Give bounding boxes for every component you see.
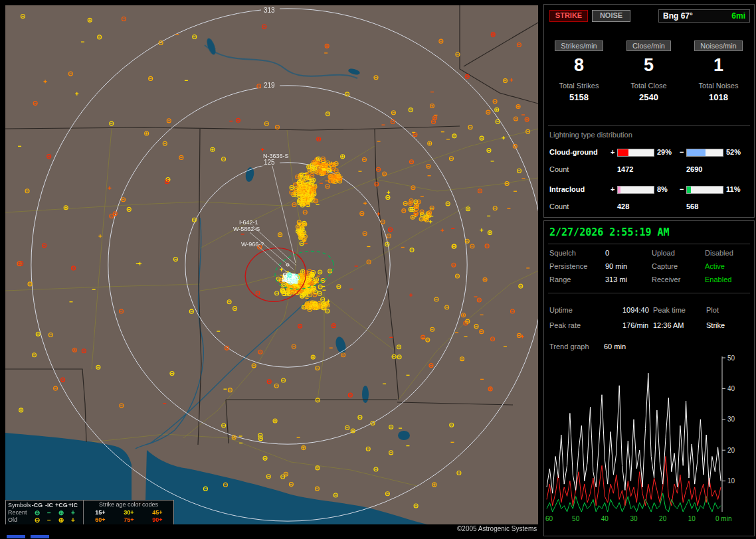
strike-indicator[interactable]: STRIKE bbox=[549, 10, 588, 22]
uptime-value: 1094:40 bbox=[622, 306, 649, 314]
divider bbox=[548, 125, 750, 126]
taskbar-fragment bbox=[31, 535, 49, 538]
map-svg[interactable]: N-3636-SI-642-1W-5862-SW-966-? 313219125 bbox=[5, 5, 538, 524]
ic-plus-pct: 8% bbox=[657, 185, 668, 193]
upload-status: Disabled bbox=[705, 249, 733, 257]
count-label: Count bbox=[549, 202, 569, 210]
strikes-per-min-value: 8 bbox=[544, 55, 614, 76]
ic-minus-count: 568 bbox=[686, 202, 698, 210]
plot-value: Strike bbox=[706, 321, 725, 329]
ic-plus-bar bbox=[617, 186, 654, 194]
plus-sign: + bbox=[611, 185, 614, 193]
settings-row: Range 313 mi Receiver Enabled bbox=[544, 275, 754, 286]
copyright-text: ©2005 Astrogenic Systems bbox=[457, 525, 537, 532]
range-label: Range bbox=[549, 275, 571, 283]
total-strikes-value: 5158 bbox=[544, 92, 614, 102]
divider bbox=[548, 244, 750, 244]
plot-label: Plot bbox=[706, 306, 719, 314]
legend-col-neg-ic: -IC bbox=[43, 502, 55, 509]
capture-status: Active bbox=[705, 262, 725, 270]
divider bbox=[548, 293, 750, 293]
intracloud-count-row: Count 428 568 bbox=[544, 202, 754, 212]
lightning-detector-app: N-3636-SI-642-1W-5862-SW-966-? 313219125… bbox=[0, 0, 756, 539]
persistence-value: 90 min bbox=[605, 262, 627, 270]
squelch-value: 0 bbox=[605, 249, 609, 257]
intracloud-label: Intracloud bbox=[549, 185, 585, 193]
settings-row: Persistence 90 min Capture Active bbox=[544, 262, 754, 273]
cg-plus-count: 1472 bbox=[617, 165, 633, 173]
svg-text:20: 20 bbox=[727, 447, 735, 454]
cg-minus-pct: 52% bbox=[726, 148, 741, 156]
svg-text:313: 313 bbox=[264, 7, 275, 14]
pos-ic-recent-icon: + bbox=[67, 509, 79, 516]
plus-sign: + bbox=[611, 148, 614, 156]
svg-text:I-642-1: I-642-1 bbox=[239, 219, 258, 226]
peak-rate-value: 176/min bbox=[622, 321, 648, 329]
noises-per-min-chip: Noises/min bbox=[694, 40, 742, 51]
svg-text:10: 10 bbox=[688, 515, 696, 522]
total-close-label: Total Close bbox=[614, 82, 684, 90]
distribution-title: Lightning type distribution bbox=[549, 131, 632, 139]
status-panel: STRIKE NOISE Bng 67° 6mi Strikes/min 8 T… bbox=[543, 0, 756, 539]
cloud-ground-label: Cloud-ground bbox=[549, 148, 598, 156]
upload-label: Upload bbox=[652, 249, 675, 257]
bearing-readout: Bng 67° 6mi bbox=[658, 9, 750, 23]
svg-text:60: 60 bbox=[545, 515, 553, 522]
capture-label: Capture bbox=[652, 262, 678, 270]
stats-box: STRIKE NOISE Bng 67° 6mi Strikes/min 8 T… bbox=[543, 4, 755, 218]
ic-minus-pct: 11% bbox=[726, 185, 740, 193]
peak-time-label: Peak time bbox=[653, 306, 686, 314]
noises-per-min-column: Noises/min 1 Total Noises 1018 bbox=[684, 39, 753, 102]
legend-old-label: Old bbox=[8, 516, 17, 524]
receiver-status: Enabled bbox=[705, 275, 731, 283]
svg-text:W-5862-S: W-5862-S bbox=[233, 226, 260, 232]
svg-text:40: 40 bbox=[601, 515, 609, 522]
close-per-min-column: Close/min 5 Total Close 2540 bbox=[614, 39, 684, 102]
peak-rate-row: Peak rate 176/min 12:36 AM Strike bbox=[544, 321, 754, 332]
legend-col-pos-cg: +CG bbox=[55, 502, 67, 509]
legend-age-title: Strike age color codes bbox=[84, 501, 173, 508]
minus-sign: − bbox=[680, 185, 684, 193]
cg-plus-bar bbox=[617, 149, 654, 157]
peak-time-value: 12:36 AM bbox=[653, 321, 684, 329]
intracloud-row: Intracloud + 8% − 11% bbox=[544, 185, 754, 194]
ic-plus-count: 428 bbox=[617, 202, 629, 210]
status-box: 2/27/2026 2:55:19 AM Squelch 0 Upload Di… bbox=[543, 220, 755, 536]
uptime-row: Uptime 1094:40 Peak time Plot bbox=[544, 306, 754, 317]
strikes-per-min-chip: Strikes/min bbox=[555, 40, 603, 51]
cg-plus-pct: 29% bbox=[657, 148, 672, 156]
legend-recent-label: Recent bbox=[8, 509, 27, 516]
trend-window-value: 60 min bbox=[604, 343, 626, 350]
svg-text:50: 50 bbox=[727, 354, 735, 362]
age-code-90: 90+ bbox=[143, 516, 171, 524]
neg-ic-recent-icon: − bbox=[43, 509, 55, 516]
count-label: Count bbox=[549, 165, 569, 173]
noise-indicator[interactable]: NOISE bbox=[592, 10, 630, 22]
total-noises-value: 1018 bbox=[684, 92, 753, 102]
noises-per-min-value: 1 bbox=[684, 55, 753, 76]
legend-symbols: Symbols -CG -IC +CG +IC Recent ⊖ − ⊕ + O… bbox=[6, 501, 83, 524]
svg-text:40: 40 bbox=[727, 385, 735, 392]
total-noises-label: Total Noises bbox=[684, 82, 753, 90]
neg-cg-old-icon: ⊖ bbox=[31, 516, 43, 524]
distance-value: 6mi bbox=[731, 11, 745, 21]
age-code-60: 60+ bbox=[86, 516, 114, 524]
age-code-75: 75+ bbox=[115, 516, 143, 524]
svg-text:W-966-?: W-966-? bbox=[241, 241, 264, 248]
ic-minus-bar bbox=[686, 186, 723, 194]
range-value: 313 mi bbox=[605, 275, 627, 283]
legend-symbols-title: Symbols bbox=[8, 502, 31, 509]
svg-text:0 min: 0 min bbox=[715, 515, 731, 522]
bearing-value: Bng 67° bbox=[663, 11, 693, 21]
strike-map[interactable]: N-3636-SI-642-1W-5862-SW-966-? 313219125… bbox=[5, 5, 538, 524]
svg-text:20: 20 bbox=[659, 515, 667, 522]
legend-age-codes: Strike age color codes 15+ 30+ 45+ 60+ 7… bbox=[83, 501, 173, 524]
cg-minus-count: 2690 bbox=[686, 165, 702, 173]
map-legend: Symbols -CG -IC +CG +IC Recent ⊖ − ⊕ + O… bbox=[5, 500, 174, 524]
total-close-value: 2540 bbox=[614, 92, 684, 102]
svg-text:10: 10 bbox=[727, 477, 735, 485]
squelch-label: Squelch bbox=[549, 249, 576, 257]
neg-ic-old-icon: − bbox=[43, 516, 55, 524]
pos-cg-old-icon: ⊕ bbox=[55, 516, 67, 524]
pos-cg-recent-icon: ⊕ bbox=[55, 509, 67, 516]
